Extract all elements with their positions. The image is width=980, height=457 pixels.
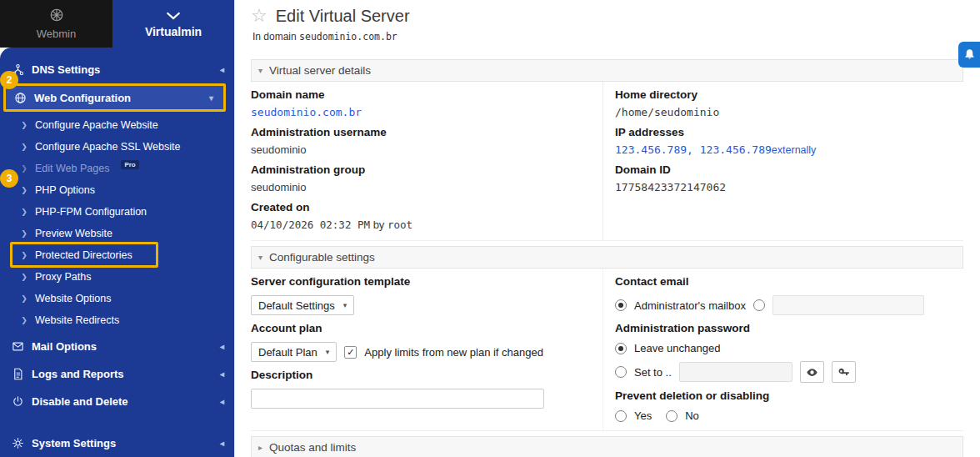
step-badge-2: 2 xyxy=(0,71,18,89)
notification-bell-button[interactable] xyxy=(958,42,980,68)
panel-virtual-server-details: ▾ Virtual server details Domain name seu… xyxy=(251,59,963,241)
field-contact-email: Contact email Administrator's mailbox xyxy=(615,275,963,315)
apply-limits-checkbox[interactable]: ✓ xyxy=(344,346,357,359)
field-label: Server configuration template xyxy=(251,275,602,289)
panels: ▾ Virtual server details Domain name seu… xyxy=(235,43,980,457)
show-password-button[interactable] xyxy=(800,361,824,383)
contact-email-input[interactable] xyxy=(772,295,924,315)
ip-suffix: externally xyxy=(772,144,817,156)
chevron-down-icon: ▾ xyxy=(209,93,213,103)
tab-webmin[interactable]: Webmin xyxy=(0,0,112,48)
sidebar-item-website-redirects[interactable]: ❯ Website Redirects xyxy=(0,309,234,331)
prevent-yes-radio[interactable] xyxy=(615,410,627,422)
tab-virtualmin-label: Virtualmin xyxy=(145,25,202,38)
sidebar-item-logs-and-reports[interactable]: Logs and Reports ◂ xyxy=(0,360,234,388)
created-datetime: 04/10/2026 02:32 PM xyxy=(251,218,370,231)
favorite-star-icon[interactable]: ☆ xyxy=(251,6,268,26)
sidebar-item-website-options[interactable]: ❯ Website Options xyxy=(0,288,234,309)
plan-select-value: Default Plan xyxy=(258,346,318,359)
sidebar-item-label: Mail Options xyxy=(32,340,212,353)
description-input[interactable] xyxy=(251,389,544,409)
subitem-icon: ❯ xyxy=(20,143,28,151)
web-configuration-submenu: ❯ Configure Apache Website ❯ Configure A… xyxy=(0,112,234,333)
chevron-left-icon: ◂ xyxy=(220,369,224,379)
chevron-left-icon: ◂ xyxy=(220,397,224,406)
password-leave-unchanged-radio[interactable] xyxy=(615,343,627,354)
document-icon xyxy=(12,368,24,380)
sidebar-item-dns-settings[interactable]: DNS Settings ◂ xyxy=(0,56,234,83)
field-account-plan: Account plan Default Plan ▾ ✓ Apply limi… xyxy=(251,322,602,362)
panel-header-details[interactable]: ▾ Virtual server details xyxy=(251,59,963,82)
tab-virtualmin[interactable]: Virtualmin xyxy=(112,0,234,48)
subitem-label: Protected Directories xyxy=(35,249,132,261)
field-label: Administration username xyxy=(251,126,602,139)
sidebar-item-preview-website[interactable]: ❯ Preview Website xyxy=(0,223,234,244)
field-value: seudominio xyxy=(251,181,602,194)
field-domain-id: Domain ID 17758423372147062 xyxy=(615,163,963,194)
sidebar-item-php-options[interactable]: ❯ PHP Options xyxy=(0,179,234,201)
step-badge-3: 3 xyxy=(0,169,18,188)
tab-webmin-label: Webmin xyxy=(37,28,76,40)
sidebar-item-configure-apache-ssl-website[interactable]: ❯ Configure Apache SSL Website xyxy=(0,136,234,158)
main-content: ☆ Edit Virtual Server In domain seudomin… xyxy=(234,0,980,457)
sidebar-item-configure-apache-website[interactable]: ❯ Configure Apache Website xyxy=(0,114,234,136)
field-domain-name: Domain name seudominio.com.br xyxy=(251,88,602,119)
field-label: Account plan xyxy=(251,322,602,335)
subitem-icon: ❯ xyxy=(20,273,28,281)
prevent-yes-label: Yes xyxy=(634,409,652,422)
field-description: Description xyxy=(251,369,602,409)
subitem-label: PHP Options xyxy=(35,184,95,196)
sidebar-item-proxy-paths[interactable]: ❯ Proxy Paths xyxy=(0,266,234,288)
field-created-on: Created on 04/10/2026 02:32 PM by root xyxy=(251,201,602,232)
contact-other-radio[interactable] xyxy=(753,299,765,311)
subitem-label: Configure Apache SSL Website xyxy=(35,141,180,153)
template-select[interactable]: Default Settings ▾ xyxy=(251,295,354,315)
ip-addresses-link[interactable]: 123.456.789, 123.456.789externally xyxy=(615,143,963,157)
prevent-no-radio[interactable] xyxy=(666,410,678,422)
contact-admin-mailbox-radio[interactable] xyxy=(615,299,627,311)
sidebar-item-web-configuration[interactable]: Web Configuration ▾ xyxy=(3,83,226,112)
pro-badge: Pro xyxy=(121,160,138,169)
field-label: Domain ID xyxy=(615,163,963,177)
field-label: Home directory xyxy=(615,88,963,102)
field-label: Prevent deletion or disabling xyxy=(615,389,963,403)
subitem-label: PHP-FPM Configuration xyxy=(35,206,147,218)
page-title: Edit Virtual Server xyxy=(276,7,410,26)
generate-password-button[interactable] xyxy=(832,361,856,383)
sidebar-item-system-settings[interactable]: System Settings ◂ xyxy=(0,429,234,457)
subitem-icon: ❯ xyxy=(20,164,28,173)
panel-title: Virtual server details xyxy=(269,64,371,77)
subitem-label: Website Options xyxy=(35,293,111,304)
sidebar-item-mail-options[interactable]: Mail Options ◂ xyxy=(0,333,234,360)
app-root: Webmin Virtualmin 2 3 xyxy=(0,0,980,457)
domain-name-link[interactable]: seudominio.com.br xyxy=(251,106,602,119)
panel-header-quotas[interactable]: ▸ Quotas and limits xyxy=(251,436,963,457)
sidebar-item-protected-directories[interactable]: ❯ Protected Directories xyxy=(0,244,234,266)
dropdown-caret-icon: ▾ xyxy=(326,348,330,356)
field-label: Administration group xyxy=(251,163,602,177)
sidebar-item-edit-web-pages[interactable]: ❯ Edit Web Pages Pro xyxy=(0,158,234,179)
field-prevent-deletion: Prevent deletion or disabling Yes No xyxy=(615,389,963,422)
panel-title: Configurable settings xyxy=(269,251,375,264)
password-set-to-radio[interactable] xyxy=(615,366,627,378)
chevron-left-icon: ◂ xyxy=(220,342,224,351)
field-home-directory: Home directory /home/seudominio xyxy=(615,88,963,119)
panel-header-config[interactable]: ▾ Configurable settings xyxy=(251,246,963,269)
subitem-label: Edit Web Pages xyxy=(35,163,109,174)
subitem-label: Preview Website xyxy=(35,228,112,239)
sidebar-item-php-fpm-configuration[interactable]: ❯ PHP-FPM Configuration xyxy=(0,201,234,223)
sidebar-item-label: Disable and Delete xyxy=(32,395,212,408)
power-icon xyxy=(12,395,24,408)
field-label: Domain name xyxy=(251,88,602,102)
field-server-template: Server configuration template Default Se… xyxy=(251,275,602,315)
subitem-icon: ❯ xyxy=(20,294,28,303)
field-value: seudominio xyxy=(251,143,602,157)
eye-icon xyxy=(806,366,818,379)
plan-select[interactable]: Default Plan ▾ xyxy=(251,342,337,362)
sidebar-item-disable-and-delete[interactable]: Disable and Delete ◂ xyxy=(0,388,234,415)
chevron-left-icon: ◂ xyxy=(220,65,224,74)
domain-value: seudominio.com.br xyxy=(299,31,398,43)
globe-icon xyxy=(14,92,27,104)
new-password-input[interactable] xyxy=(679,362,792,382)
chevron-left-icon: ◂ xyxy=(220,439,224,448)
